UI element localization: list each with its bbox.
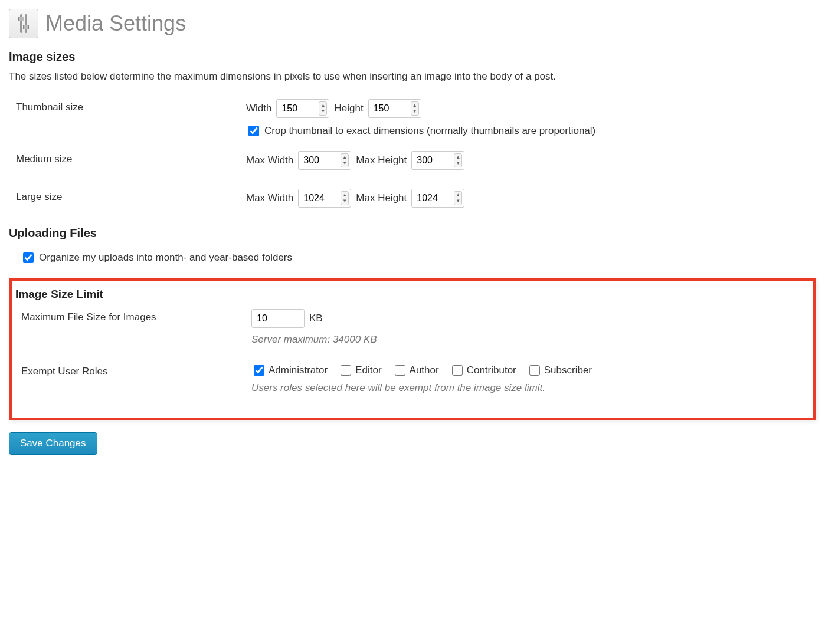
stepper-arrows-icon[interactable]: ▲▼ xyxy=(454,153,462,167)
stepper-arrows-icon[interactable]: ▲▼ xyxy=(454,191,462,205)
max-file-size-row: Maximum File Size for Images KB Server m… xyxy=(21,309,811,346)
role-administrator-label: Administrator xyxy=(269,364,328,376)
max-file-size-label: Maximum File Size for Images xyxy=(21,309,251,323)
medium-label: Medium size xyxy=(16,151,246,165)
role-administrator-checkbox[interactable] xyxy=(254,365,264,376)
medium-max-width-label: Max Width xyxy=(246,155,293,166)
role-author-label: Author xyxy=(410,364,439,376)
thumbnail-height-label: Height xyxy=(334,103,363,114)
large-max-width-label: Max Width xyxy=(246,192,293,204)
thumbnail-row: Thumbnail size Width ▲▼ Height ▲▼ Crop t… xyxy=(16,99,816,138)
page-title-row: Media Settings xyxy=(9,9,816,38)
server-max-text: Server maximum: 34000 KB xyxy=(251,334,811,346)
page-title: Media Settings xyxy=(45,11,186,36)
role-subscriber-label: Subscriber xyxy=(544,364,592,376)
role-editor-checkbox[interactable] xyxy=(341,365,351,376)
crop-thumbnail-checkbox[interactable] xyxy=(248,126,259,136)
save-changes-button[interactable]: Save Changes xyxy=(9,432,97,455)
role-contributor-label: Contributor xyxy=(467,364,516,376)
medium-max-height-label: Max Height xyxy=(356,155,407,166)
max-file-size-input[interactable] xyxy=(251,309,305,328)
large-row: Large size Max Width ▲▼ Max Height ▲▼ xyxy=(16,189,816,213)
medium-row: Medium size Max Width ▲▼ Max Height ▲▼ xyxy=(16,151,816,176)
uploading-heading: Uploading Files xyxy=(9,226,816,240)
stepper-arrows-icon[interactable]: ▲▼ xyxy=(411,101,419,116)
image-sizes-heading: Image sizes xyxy=(9,50,816,64)
role-contributor-checkbox[interactable] xyxy=(452,365,463,376)
large-label: Large size xyxy=(16,189,246,203)
crop-thumbnail-label: Crop thumbnail to exact dimensions (norm… xyxy=(264,125,595,137)
role-subscriber-checkbox[interactable] xyxy=(529,365,540,376)
image-size-limit-heading: Image Size Limit xyxy=(15,288,811,301)
exempt-roles-row: Exempt User Roles Administrator Editor A… xyxy=(21,363,811,394)
exempt-roles-label: Exempt User Roles xyxy=(21,363,251,377)
thumbnail-label: Thumbnail size xyxy=(16,99,246,113)
role-editor-label: Editor xyxy=(355,364,381,376)
image-sizes-description: The sizes listed below determine the max… xyxy=(9,71,816,83)
large-max-height-label: Max Height xyxy=(356,192,407,204)
organize-uploads-checkbox[interactable] xyxy=(23,252,34,263)
stepper-arrows-icon[interactable]: ▲▼ xyxy=(341,191,349,205)
max-file-size-unit: KB xyxy=(309,313,323,324)
image-size-limit-panel: Image Size Limit Maximum File Size for I… xyxy=(9,278,816,420)
organize-uploads-label: Organize my uploads into month- and year… xyxy=(39,252,292,264)
sliders-icon xyxy=(9,9,38,38)
thumbnail-width-label: Width xyxy=(246,103,271,114)
stepper-arrows-icon[interactable]: ▲▼ xyxy=(319,101,327,116)
exempt-roles-helper: Users roles selected here will be exempt… xyxy=(251,382,811,394)
stepper-arrows-icon[interactable]: ▲▼ xyxy=(341,153,349,167)
role-author-checkbox[interactable] xyxy=(395,365,405,376)
